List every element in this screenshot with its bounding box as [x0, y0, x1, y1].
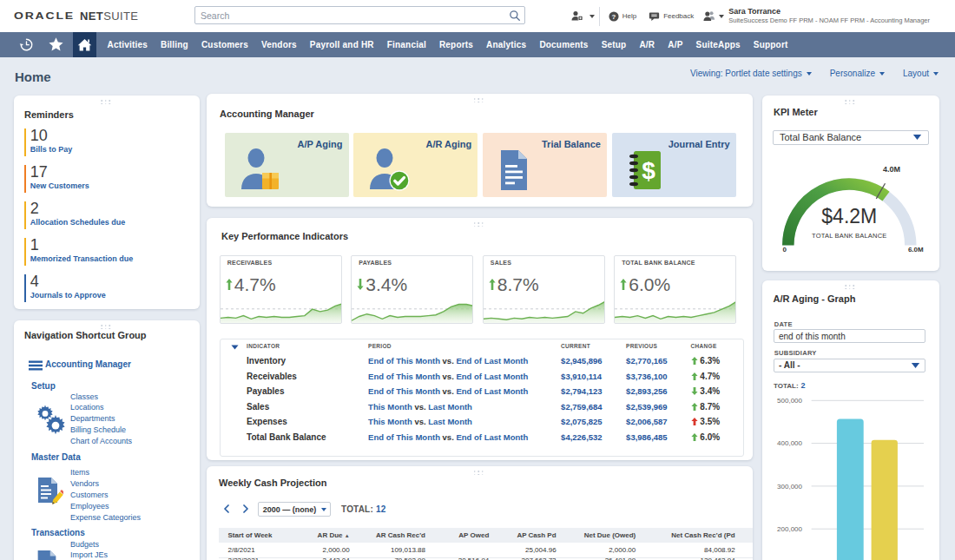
nav-item-customers[interactable]: Customers [194, 32, 254, 57]
reminder-link[interactable]: Bills to Pay [30, 145, 73, 154]
kpi-current[interactable]: $3,910,114 [561, 372, 602, 381]
kpi-table: INDICATORPERIODCURRENTPREVIOUSCHANGEInve… [220, 339, 744, 457]
shortcut-link[interactable]: Customers [70, 490, 141, 501]
kpi-period: End of This Month vs. End of Last Month [368, 432, 528, 442]
accounting-manager-link[interactable]: Accounting Manager [45, 359, 131, 369]
shortcut-link[interactable]: Import JEs [70, 550, 108, 560]
shortcut-group-heading[interactable]: Transactions [31, 528, 85, 537]
total-value[interactable]: 12 [376, 504, 386, 514]
shortcut-link[interactable]: Billing Schedule [70, 425, 132, 436]
drag-handle[interactable] [474, 98, 486, 104]
nav-item-a-r[interactable]: A/R [633, 32, 662, 57]
weekly-col[interactable]: Net Due (Owed) [563, 528, 643, 543]
viewing-settings-menu[interactable]: Viewing: Portlet date settings [690, 69, 812, 78]
col-indicator[interactable]: INDICATOR [247, 343, 280, 349]
search-icon[interactable] [505, 10, 524, 22]
reminder-link[interactable]: Memorized Transaction due [30, 254, 134, 263]
shortcut-group-heading[interactable]: Master Data [31, 452, 81, 462]
home-tab[interactable] [73, 32, 96, 57]
nav-item-activities[interactable]: Activities [101, 32, 154, 57]
weekly-col[interactable]: Net Cash Rec'd (Pd [642, 528, 741, 543]
shortcut-group-heading[interactable]: Setup [31, 381, 56, 391]
kpi-current[interactable]: $2,945,896 [561, 356, 603, 366]
weekly-col[interactable]: AP Cash Pd [496, 528, 563, 543]
global-search[interactable] [194, 6, 525, 24]
shortcut-link[interactable]: Classes [70, 392, 132, 403]
total-label: TOTAL: [341, 504, 373, 514]
kpi-tile-receivables[interactable]: RECEIVABLES 4.7% [220, 255, 342, 325]
kpi-previous[interactable]: $2,770,165 [626, 356, 668, 366]
shortcut-link[interactable]: Departments [70, 413, 132, 425]
date-input[interactable]: end of this month [774, 329, 925, 343]
shortcut-link[interactable]: Chart of Accounts [70, 436, 132, 447]
nav-item-suiteapps[interactable]: SuiteApps [689, 32, 747, 57]
kpi-current[interactable]: $2,075,825 [561, 417, 603, 426]
reminder-link[interactable]: Allocation Schedules due [30, 218, 126, 227]
roles-menu[interactable] [702, 10, 724, 23]
kpi-previous[interactable]: $3,736,100 [626, 372, 668, 381]
col-period[interactable]: PERIOD [368, 343, 392, 349]
nav-item-reports[interactable]: Reports [432, 32, 479, 57]
nav-item-a-p[interactable]: A/P [662, 32, 689, 57]
weekly-col[interactable]: AP Owed [432, 528, 496, 543]
create-new-menu[interactable] [570, 10, 595, 23]
next-page-button[interactable] [243, 504, 249, 515]
am-tile-a-r-aging[interactable]: A/R Aging [353, 133, 478, 197]
user-name[interactable]: Sara Torrance [728, 7, 930, 17]
drag-handle[interactable] [101, 100, 113, 106]
range-select[interactable]: 2000 — (none) [258, 502, 331, 517]
reminder-link[interactable]: New Customers [30, 181, 89, 190]
am-tile-a-p-aging[interactable]: A/P Aging [225, 133, 349, 197]
weekly-col[interactable]: Start of Week [219, 528, 306, 543]
kpi-portlet: Key Performance Indicators RECEIVABLES 4… [207, 218, 753, 460]
nav-item-billing[interactable]: Billing [154, 32, 194, 57]
nav-item-vendors[interactable]: Vendors [254, 32, 303, 57]
kpi-period: End of This Month vs. End of Last Month [368, 386, 528, 396]
kpi-tile-total-bank-balance[interactable]: TOTAL BANK BALANCE 6.0% [614, 255, 736, 325]
shortcut-link[interactable]: Locations [70, 402, 132, 413]
weekly-col[interactable]: AR Due ▲ [306, 528, 357, 543]
personalize-menu[interactable]: Personalize [830, 69, 885, 78]
drag-handle[interactable] [474, 471, 486, 477]
shortcut-link[interactable]: Budgets [70, 539, 108, 550]
shortcut-link[interactable]: Items [70, 467, 141, 478]
kpi-previous[interactable]: $3,986,485 [626, 432, 668, 442]
nav-item-setup[interactable]: Setup [595, 32, 633, 57]
kpi-previous[interactable]: $2,539,969 [626, 402, 668, 412]
kpi-previous[interactable]: $2,006,587 [626, 417, 668, 426]
reminder-link[interactable]: Journals to Approve [30, 291, 106, 300]
feedback-button[interactable]: Feedback [649, 11, 694, 22]
nav-item-documents[interactable]: Documents [533, 32, 595, 57]
shortcut-link[interactable]: Expense Categories [70, 512, 141, 524]
help-button[interactable]: ? Help [609, 11, 636, 22]
kpi-tile-sales[interactable]: SALES 8.7% [483, 255, 605, 325]
kpi-previous[interactable]: $2,893,256 [626, 386, 668, 396]
nav-item-financial[interactable]: Financial [380, 32, 432, 57]
subsidiary-label: SUBSIDIARY [774, 349, 817, 357]
prev-page-button[interactable] [223, 504, 229, 515]
col-previous[interactable]: PREVIOUS [626, 343, 657, 349]
am-tile-trial-balance[interactable]: Trial Balance [483, 133, 607, 197]
nav-item-support[interactable]: Support [747, 32, 794, 57]
kpi-current[interactable]: $2,794,123 [561, 386, 603, 396]
shortcuts-star-icon[interactable] [41, 32, 70, 57]
kpi-current[interactable]: $2,759,684 [561, 402, 603, 412]
weekly-col[interactable]: AR Cash Rec'd [357, 528, 432, 543]
drag-handle[interactable] [845, 285, 857, 291]
subsidiary-select[interactable]: - All - [774, 359, 925, 372]
kpi-current[interactable]: $4,226,532 [561, 432, 603, 442]
col-change[interactable]: CHANGE [691, 343, 717, 349]
drag-handle[interactable] [474, 222, 486, 228]
search-input[interactable] [195, 10, 505, 21]
nav-item-payroll-and-hr[interactable]: Payroll and HR [303, 32, 380, 57]
layout-menu[interactable]: Layout [903, 69, 939, 78]
kpi-tile-payables[interactable]: PAYABLES 3.4% [351, 255, 473, 325]
collapse-caret-icon[interactable] [231, 345, 239, 350]
col-current[interactable]: CURRENT [561, 343, 590, 349]
shortcut-link[interactable]: Employees [70, 501, 141, 512]
ar-total-value[interactable]: 2 [801, 381, 806, 390]
recent-records-icon[interactable] [11, 32, 41, 57]
shortcut-link[interactable]: Vendors [70, 478, 141, 490]
am-tile-journal-entry[interactable]: Journal Entry $ [612, 133, 736, 197]
nav-item-analytics[interactable]: Analytics [480, 32, 533, 57]
